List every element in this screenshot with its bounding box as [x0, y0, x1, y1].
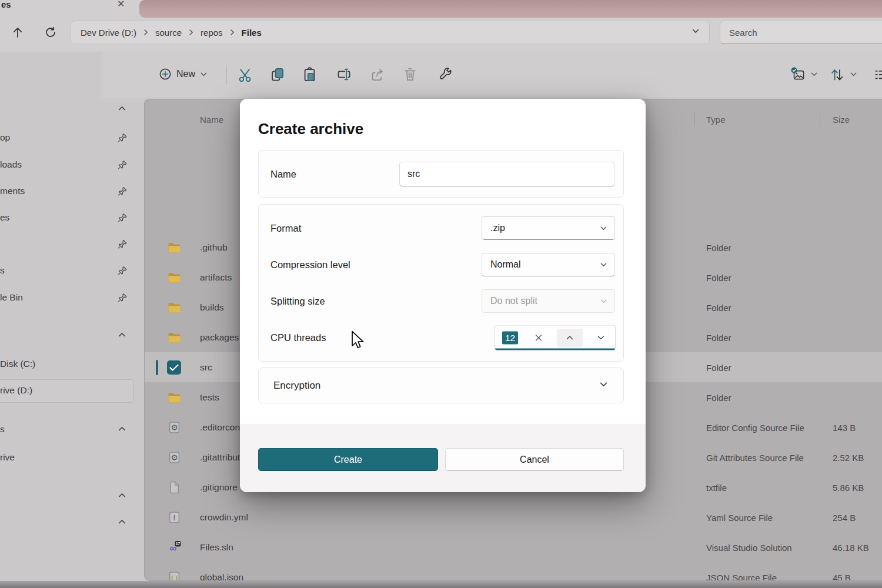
cpu-threads-input[interactable]: 12 — [495, 325, 616, 350]
visual-studio-icon: ∞17 — [167, 540, 182, 554]
doc-icon — [167, 480, 182, 495]
file-row[interactable]: !crowdin.ymlYaml Source File254 B — [145, 502, 882, 532]
section-collapse-chevron-up-icon[interactable] — [117, 517, 129, 529]
toolbar — [102, 52, 882, 98]
sidebar-item[interactable]: Disk (C:) — [0, 359, 35, 369]
chevron-right-icon — [188, 29, 195, 36]
sidebar-item[interactable]: le Bin — [0, 292, 23, 303]
clear-icon[interactable] — [532, 332, 545, 345]
new-button[interactable]: New — [153, 62, 213, 86]
increment-button[interactable] — [557, 329, 583, 347]
decrement-button[interactable] — [592, 329, 610, 347]
breadcrumb[interactable]: Dev Drive (D:)sourcereposFiles — [71, 21, 710, 44]
sidebar-item[interactable]: rive (D:) — [0, 385, 32, 396]
sort-button[interactable] — [825, 62, 848, 86]
pin-icon[interactable] — [117, 159, 129, 171]
sidebar-item[interactable]: s — [0, 265, 5, 276]
checkbox-checked-icon[interactable] — [167, 360, 181, 375]
tab-close-icon[interactable]: ✕ — [117, 0, 125, 9]
refresh-icon — [44, 25, 58, 39]
details-button[interactable] — [869, 62, 882, 86]
pin-icon[interactable] — [117, 186, 129, 198]
sidebar-item[interactable]: rive — [0, 452, 15, 463]
chevron-down-icon — [200, 71, 208, 78]
up-button[interactable] — [9, 24, 26, 41]
breadcrumb-chevron-down-icon[interactable] — [691, 27, 700, 38]
svg-text:!: ! — [173, 513, 176, 522]
file-name: builds — [200, 302, 224, 313]
pin-icon[interactable] — [117, 212, 129, 224]
archive-name-input[interactable]: src — [399, 162, 614, 186]
create-button[interactable]: Create — [258, 448, 438, 471]
compression-select[interactable]: Normal — [482, 253, 615, 276]
properties-button[interactable] — [433, 62, 457, 86]
focus-underline — [495, 349, 615, 350]
section-collapse-chevron-up-icon[interactable] — [117, 330, 129, 342]
folder-icon — [167, 330, 182, 345]
files-app-window: es ✕ Dev Drive (D:)sourcereposFiles Sear… — [0, 0, 882, 588]
encryption-label: Encryption — [273, 380, 320, 392]
create-archive-dialog: Create archive Name src Format .zip Comp… — [240, 99, 646, 492]
layout-chevron-down-icon[interactable] — [809, 69, 818, 79]
file-row[interactable]: ∞17Files.slnVisual Studio Solution46.18 … — [145, 532, 882, 562]
yaml-doc-icon: ! — [167, 510, 182, 524]
svg-text:{ }: { } — [171, 574, 178, 581]
format-select[interactable]: .zip — [482, 216, 615, 240]
mouse-cursor — [350, 330, 365, 349]
pin-icon[interactable] — [117, 132, 129, 144]
arrow-up-icon — [11, 25, 25, 39]
chevron-right-icon — [229, 29, 236, 36]
breadcrumb-segment[interactable]: source — [155, 28, 182, 38]
search-input[interactable]: Search — [720, 21, 882, 44]
share-button[interactable] — [365, 62, 389, 86]
tab-label[interactable]: es — [1, 0, 11, 9]
refresh-button[interactable] — [42, 24, 59, 41]
column-header-size[interactable]: Size — [833, 115, 850, 125]
search-placeholder: Search — [729, 28, 757, 38]
chevron-down-icon — [600, 261, 607, 269]
sort-chevron-down-icon[interactable] — [848, 69, 858, 79]
file-name: packages — [200, 332, 239, 343]
breadcrumb-segment[interactable]: Dev Drive (D:) — [81, 28, 136, 38]
sidebar-item[interactable]: es — [0, 212, 9, 223]
sidebar-section-label[interactable]: s — [0, 424, 5, 435]
file-size: 45 B — [833, 572, 851, 581]
column-separator[interactable] — [820, 112, 820, 126]
sidebar-item[interactable]: loads — [0, 159, 22, 170]
delete-button[interactable] — [398, 62, 422, 86]
column-header-name[interactable]: Name — [200, 115, 223, 125]
paste-button[interactable] — [298, 62, 321, 86]
layout-button[interactable] — [786, 62, 810, 86]
dialog-title: Create archive — [258, 120, 363, 138]
expander-chevron-down-icon[interactable] — [599, 380, 608, 391]
file-size: 5.86 KB — [833, 482, 864, 492]
chevron-down-icon — [597, 334, 605, 342]
file-type: Folder — [706, 302, 731, 312]
sidebar-item[interactable]: ments — [0, 186, 25, 196]
file-type: txtfile — [706, 482, 727, 492]
file-type: Visual Studio Solution — [706, 542, 792, 552]
cancel-button[interactable]: Cancel — [445, 448, 624, 471]
file-row[interactable]: { }global.jsonJSON Source File45 B — [145, 562, 882, 581]
encryption-expander[interactable]: Encryption — [258, 368, 624, 403]
section-collapse-chevron-up-icon[interactable] — [117, 490, 129, 502]
copy-button[interactable] — [265, 62, 289, 86]
file-type: Folder — [706, 242, 731, 252]
pin-icon[interactable] — [117, 265, 129, 277]
rename-button[interactable] — [332, 62, 355, 86]
breadcrumb-segment[interactable]: repos — [201, 28, 223, 38]
splitting-value: Do not split — [490, 296, 537, 306]
pin-icon[interactable] — [117, 292, 129, 304]
cut-button[interactable] — [233, 62, 256, 86]
file-name: .github — [200, 242, 228, 253]
folder-icon — [167, 240, 182, 255]
column-header-type[interactable]: Type — [706, 115, 726, 125]
column-separator[interactable] — [694, 112, 695, 126]
breadcrumb-segment[interactable]: Files — [242, 28, 262, 38]
folder-icon — [167, 270, 182, 285]
section-collapse-chevron-up-icon[interactable] — [117, 424, 129, 436]
section-collapse-chevron-up-icon[interactable] — [117, 103, 129, 115]
pin-icon[interactable] — [117, 239, 129, 250]
svg-text:⚙: ⚙ — [171, 423, 178, 432]
sidebar-item[interactable]: op — [0, 132, 10, 143]
